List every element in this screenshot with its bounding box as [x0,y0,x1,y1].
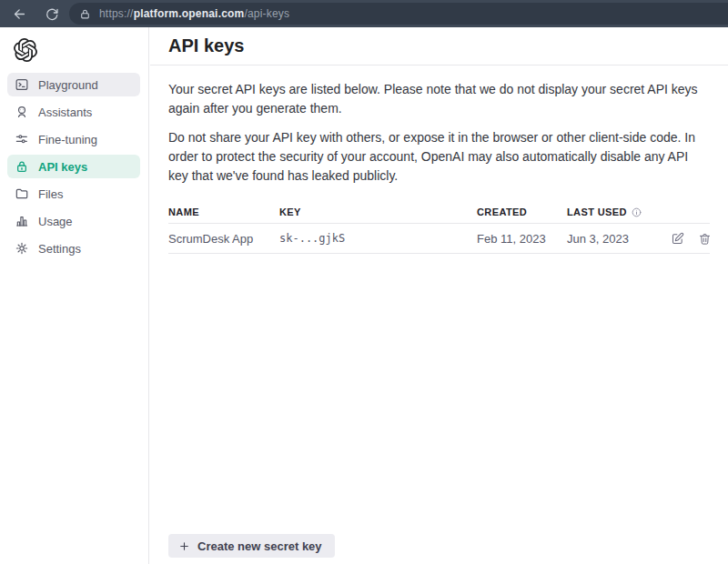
api-keys-table: NAME KEY CREATED LAST USED Scru [168,201,710,254]
sidebar-item-label: Usage [38,215,73,228]
bar-chart-icon [15,214,29,228]
url-path: /api-keys [244,7,289,20]
sidebar-item-settings[interactable]: Settings [7,237,140,260]
page-title: API keys [168,35,244,56]
browser-toolbar: https://platform.openai.com/api-keys [0,0,728,27]
terminal-icon [15,77,29,92]
sidebar-item-assistants[interactable]: Assistants [7,100,140,124]
sidebar-item-label: Assistants [38,106,92,119]
sidebar-item-label: Files [38,187,63,201]
table-header-row: NAME KEY CREATED LAST USED [168,201,710,224]
api-keys-panel: Your secret API keys are listed below. P… [150,80,728,254]
browser-back-button[interactable] [9,4,29,24]
folder-icon [15,186,29,201]
sidebar-item-label: Fine-tuning [38,133,97,146]
column-header-name: NAME [168,206,279,217]
sidebar-item-label: API keys [38,160,87,174]
last-used-cell: Jun 3, 2023 [567,232,671,246]
gear-icon [15,241,29,256]
sidebar-item-api-keys[interactable]: API keys [7,155,140,178]
column-header-key: KEY [279,206,477,217]
column-header-created: CREATED [477,206,567,217]
key-name-cell: ScrumDesk App [168,232,279,246]
intro-paragraph-2: Do not share your API key with others, o… [168,128,710,186]
secure-lock-icon [79,8,91,20]
page-header: API keys [150,27,728,65]
lock-icon [15,159,29,174]
delete-key-button[interactable] [698,232,712,246]
intro-paragraph-1: Your secret API keys are listed below. P… [168,80,710,118]
trash-icon [698,232,712,246]
sidebar-item-playground[interactable]: Playground [7,73,140,96]
sidebar-item-files[interactable]: Files [7,182,140,206]
create-secret-key-label: Create new secret key [197,539,322,553]
browser-address-bar[interactable]: https://platform.openai.com/api-keys [69,3,728,25]
url-text: https://platform.openai.com/api-keys [99,7,289,20]
sliders-icon [15,132,29,146]
column-header-last-used: LAST USED [567,206,671,217]
openai-logo[interactable] [14,38,37,62]
created-cell: Feb 11, 2023 [477,232,567,246]
edit-icon [671,232,684,246]
sidebar-item-fine-tuning[interactable]: Fine-tuning [7,127,140,151]
openai-logo-icon [14,38,37,62]
create-secret-key-button[interactable]: Create new secret key [168,534,335,558]
main-content: API keys Your secret API keys are listed… [150,27,728,564]
refresh-icon [45,6,59,21]
edit-key-button[interactable] [671,232,684,246]
row-actions [671,232,713,246]
sidebar-item-label: Playground [38,78,98,92]
sidebar-item-usage[interactable]: Usage [7,209,140,233]
robot-icon [15,105,29,119]
url-host: platform.openai.com [134,7,245,20]
sidebar-nav: Playground Assistants Fine-tuning [7,73,140,264]
sidebar: Playground Assistants Fine-tuning [0,27,149,564]
key-value-cell: sk-...gjkS [279,232,477,245]
back-icon [12,6,27,22]
url-scheme: https:// [99,7,134,20]
info-icon[interactable] [632,207,642,217]
plus-icon [178,540,190,552]
sidebar-item-label: Settings [38,242,81,256]
table-row: ScrumDesk App sk-...gjkS Feb 11, 2023 Ju… [168,224,710,254]
browser-refresh-button[interactable] [42,4,62,24]
